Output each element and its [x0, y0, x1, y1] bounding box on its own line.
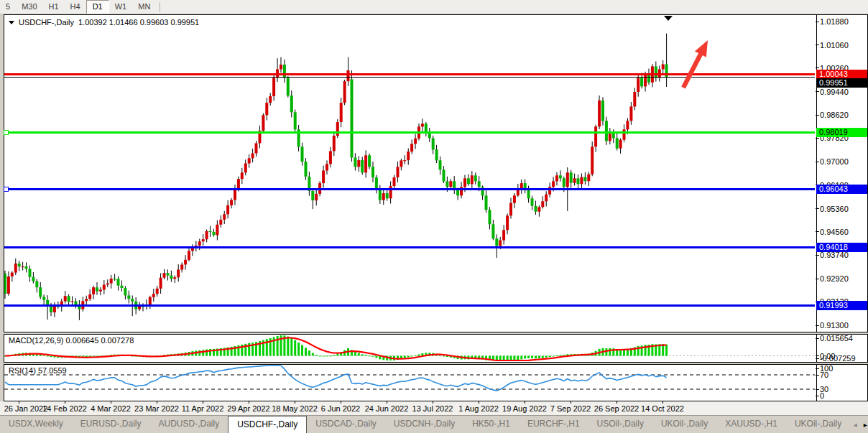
price-tick-label: 0.94560	[820, 228, 867, 236]
date-tick-mark	[571, 401, 571, 404]
price-tick-mark	[816, 67, 819, 68]
price-tick-mark	[816, 279, 819, 279]
macd-bar	[287, 337, 289, 356]
macd-bar	[326, 356, 328, 357]
timeframe-button-h1[interactable]: H1	[43, 1, 65, 13]
date-tick-label: 14 Feb 2022	[42, 404, 87, 413]
trend-arrow-annotation[interactable]	[4, 15, 815, 331]
macd-bar	[336, 354, 338, 356]
rsi-tick-mark	[816, 389, 819, 390]
date-tick-label: 13 Jul 2022	[412, 404, 453, 413]
date-tick-mark	[617, 401, 617, 404]
chart-ohlc-values: 1.00392 1.01466 0.99603 0.99951	[78, 18, 199, 27]
chart-symbol-label: USDCHF-,Daily	[19, 18, 74, 27]
date-tick-mark	[662, 401, 663, 404]
macd-bar	[545, 356, 548, 358]
date-tick-label: 26 Sep 2022	[594, 404, 639, 413]
macd-tick-mark	[816, 355, 819, 356]
macd-tick-mark	[816, 358, 819, 359]
macd-bar	[542, 356, 544, 358]
macd-bar	[354, 352, 356, 356]
macd-bar	[609, 348, 611, 356]
macd-bar	[407, 356, 410, 358]
price-tick-mark	[816, 325, 819, 326]
timeframe-button-m30[interactable]: M30	[16, 1, 42, 13]
date-tick-mark	[479, 401, 479, 404]
price-tick-mark	[816, 45, 819, 45]
macd-bar	[297, 343, 300, 356]
macd-bar	[43, 355, 45, 356]
rsi-line	[5, 366, 667, 391]
price-tick-mark	[816, 162, 819, 162]
toolbar-separator	[160, 2, 160, 12]
chart-tab-audusd-daily[interactable]: AUDUSD-,Daily	[149, 416, 228, 433]
price-axis-separator	[816, 15, 817, 332]
macd-bar	[305, 348, 307, 355]
scroll-to-end-marker	[664, 16, 673, 21]
price-tick-mark	[816, 208, 819, 209]
price-tick-mark	[816, 231, 819, 232]
chart-tab-usdcnh-daily[interactable]: USDCNH-,Daily	[385, 416, 463, 433]
timeframe-button-d1[interactable]: D1	[86, 0, 109, 14]
line-price-label: 0.96043	[816, 185, 867, 194]
macd-bar	[323, 356, 325, 357]
date-tick-label: 18 May 2022	[272, 404, 318, 413]
timeframe-button-h4[interactable]: H4	[65, 1, 86, 13]
macd-label: MACD(12,26,9) 0.006645 0.007278	[9, 336, 134, 345]
chart-tab-ukoil-daily[interactable]: UKOil-,Daily	[652, 416, 716, 433]
date-tick-label: 4 Mar 2022	[91, 404, 131, 413]
macd-bar	[665, 345, 668, 356]
macd-bar	[418, 354, 420, 355]
timeframe-button-w1[interactable]: W1	[109, 1, 133, 13]
date-tick-mark	[157, 401, 157, 404]
chart-tab-eurchf-h1[interactable]: EURCHF-,H1	[519, 416, 588, 433]
tab-scroll-left-icon[interactable]: ◂	[850, 421, 860, 429]
timeframe-button-5[interactable]: 5	[0, 1, 16, 13]
price-tick-label: 0.98620	[820, 111, 867, 119]
macd-bar	[329, 355, 331, 356]
chart-tab-usdx-weekly[interactable]: USDX,Weekly	[0, 416, 72, 433]
price-tick-label: 0.95360	[820, 205, 867, 213]
chart-tab-eurusd-daily[interactable]: EURUSD-,Daily	[72, 416, 150, 433]
macd-bar	[308, 350, 310, 355]
price-tick-mark	[816, 91, 819, 92]
tab-scroll-controls: ◂▸	[850, 416, 868, 433]
macd-bar	[206, 350, 208, 356]
date-tick-mark	[525, 401, 525, 404]
macd-bar	[301, 345, 303, 356]
macd-bar	[319, 356, 321, 357]
macd-bar	[361, 354, 364, 355]
macd-bar	[605, 348, 607, 356]
date-tick-mark	[203, 401, 203, 404]
chart-tab-usdchf-daily[interactable]: USDCHF-,Daily	[228, 416, 307, 433]
macd-bar	[559, 355, 561, 355]
price-tick-mark	[816, 138, 819, 139]
up-arrow-shape[interactable]	[681, 40, 708, 89]
chart-tab-hk50-h1[interactable]: HK50-,H1	[463, 416, 519, 433]
date-axis[interactable]: 26 Jan 202214 Feb 20224 Mar 202223 Mar 2…	[0, 401, 868, 415]
macd-bar	[520, 356, 522, 360]
date-tick-label: 7 Sep 2022	[550, 404, 591, 413]
macd-bar	[524, 356, 526, 359]
chart-tab-usoil-daily[interactable]: USOil-,Daily	[588, 416, 652, 433]
symbol-dropdown-icon[interactable]	[9, 21, 14, 24]
macd-bar	[358, 353, 360, 356]
macd-bar	[531, 356, 533, 358]
macd-bar	[333, 355, 335, 355]
timeframe-button-mn[interactable]: MN	[132, 1, 156, 13]
macd-tick-mark	[816, 338, 819, 339]
current-price-label: 0.99951	[816, 78, 867, 88]
date-tick-label: 26 Jan 2022	[4, 404, 48, 413]
tab-scroll-right-icon[interactable]: ▸	[860, 421, 868, 429]
chart-tab-xauusd-h1[interactable]: XAUUSD-,H1	[716, 416, 786, 433]
chart-tab-usdcad-daily[interactable]: USDCAD-,Daily	[307, 416, 385, 433]
macd-bar	[535, 356, 537, 359]
macd-bar	[538, 356, 540, 359]
macd-bar	[294, 340, 296, 356]
price-tick-label: 0.99440	[820, 88, 867, 96]
macd-tick-label: -0.007259	[820, 354, 867, 363]
chart-tab-ukoil-daily[interactable]: UKOil-,Daily	[786, 416, 850, 433]
macd-tick-label: 0.015654	[820, 334, 867, 343]
date-tick-label: 23 Mar 2022	[134, 404, 179, 413]
date-tick-label: 19 Aug 2022	[502, 404, 547, 413]
